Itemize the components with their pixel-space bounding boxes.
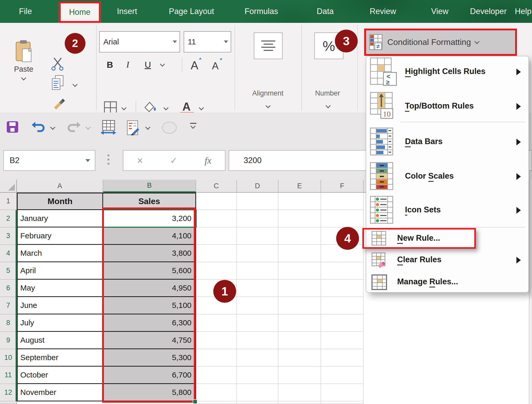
vertical-scrollbar[interactable] (529, 180, 532, 404)
empty-cell[interactable] (278, 280, 321, 297)
column-header-C[interactable]: C (196, 180, 237, 193)
paste-button[interactable]: Paste (7, 29, 40, 90)
underline-dropdown-chevron[interactable] (160, 62, 165, 67)
empty-cell[interactable] (321, 384, 364, 401)
tab-home[interactable]: Home (59, 2, 101, 23)
tab-help[interactable]: Help (515, 0, 531, 23)
borders-dropdown-chevron[interactable] (121, 105, 127, 110)
empty-cell[interactable] (196, 384, 237, 401)
menu-item-top-bottom-rules[interactable]: 10Top/Bottom Rules (367, 90, 527, 123)
empty-cell[interactable] (278, 349, 321, 367)
row-header-2[interactable]: 2 (0, 210, 17, 227)
row-header-8[interactable]: 8 (0, 314, 17, 332)
font-name-combobox[interactable]: Arial (99, 31, 180, 52)
empty-cell[interactable] (321, 349, 364, 367)
tab-formulas[interactable]: Formulas (244, 0, 278, 23)
cell-A2[interactable]: January (17, 210, 103, 227)
cancel-button[interactable]: × (137, 155, 143, 166)
empty-cell[interactable] (278, 262, 321, 280)
empty-cell[interactable] (237, 245, 278, 262)
empty-cell[interactable] (196, 314, 237, 332)
font-color-dropdown-chevron[interactable] (199, 105, 204, 110)
insert-function-button[interactable]: fx (205, 155, 211, 166)
redo-button[interactable] (66, 121, 81, 134)
row-header-1[interactable]: 1 (0, 193, 17, 210)
select-all-button[interactable] (0, 180, 17, 193)
customize-toolbar-button[interactable] (190, 123, 197, 129)
row-header-9[interactable]: 9 (0, 332, 17, 349)
row-header-11[interactable]: 11 (0, 367, 17, 384)
tab-review[interactable]: Review (370, 0, 396, 23)
row-header-7[interactable]: 7 (0, 297, 17, 314)
empty-cell[interactable] (196, 193, 237, 210)
tab-developer[interactable]: Developer (470, 0, 507, 23)
menu-item-clear-rules[interactable]: Clear Rules (367, 250, 527, 270)
enter-button[interactable]: ✓ (170, 155, 178, 166)
empty-cell[interactable] (237, 332, 278, 349)
cell-A6[interactable]: May (17, 280, 103, 297)
row-header-13[interactable] (0, 401, 17, 404)
italic-button[interactable]: I (122, 57, 134, 73)
cell-A8[interactable]: July (17, 314, 103, 332)
empty-cell[interactable] (278, 193, 321, 210)
empty-cell[interactable] (278, 245, 321, 262)
empty-cell[interactable] (237, 384, 278, 401)
empty-cell[interactable] (321, 297, 364, 314)
conditional-formatting-chevron[interactable] (474, 39, 480, 44)
tab-data[interactable]: Data (317, 0, 334, 23)
empty-cell[interactable] (321, 210, 364, 227)
empty-cell[interactable] (237, 227, 278, 245)
cell-A7[interactable]: June (17, 297, 103, 314)
empty-cell[interactable] (321, 367, 364, 384)
formula-bar-splitter[interactable] (108, 154, 109, 165)
empty-cell[interactable] (278, 332, 321, 349)
empty-cell[interactable] (237, 401, 278, 404)
fill-color-dropdown-chevron[interactable] (163, 105, 169, 110)
bold-button[interactable]: B (103, 57, 116, 73)
empty-cell[interactable] (237, 367, 278, 384)
tab-insert[interactable]: Insert (117, 0, 137, 23)
empty-cell[interactable] (237, 349, 278, 367)
column-header-E[interactable]: E (278, 180, 321, 193)
paste-dropdown-chevron[interactable] (21, 75, 26, 80)
empty-cell[interactable] (321, 314, 364, 332)
copy-dropdown-chevron[interactable] (72, 82, 78, 87)
tab-view[interactable]: View (431, 0, 449, 23)
cell-A1[interactable]: Month (17, 193, 103, 210)
empty-cell[interactable] (278, 401, 321, 404)
row-header-6[interactable]: 6 (0, 280, 17, 297)
tab-page-layout[interactable]: Page Layout (169, 0, 214, 23)
number-expand-chevron[interactable] (325, 103, 331, 108)
row-header-4[interactable]: 4 (0, 245, 17, 262)
empty-cell[interactable] (237, 297, 278, 314)
form-edit-button[interactable] (127, 120, 140, 137)
cell-A12[interactable]: November (17, 384, 103, 401)
menu-item-data-bars[interactable]: Data Bars (367, 125, 527, 159)
redo-dropdown-chevron[interactable] (85, 125, 91, 130)
name-box-dropdown-arrow[interactable] (85, 159, 90, 162)
empty-cell[interactable] (321, 280, 364, 297)
empty-cell[interactable] (237, 280, 278, 297)
tab-file[interactable]: File (19, 0, 32, 23)
name-box[interactable]: B2 (3, 150, 95, 171)
column-header-A[interactable]: A (17, 180, 103, 193)
empty-cell[interactable] (278, 210, 321, 227)
oval-shape-button[interactable] (162, 121, 177, 135)
menu-item-manage-rules[interactable]: Manage Rules... (367, 272, 527, 292)
column-header-B[interactable]: B (103, 180, 196, 193)
underline-button[interactable]: U (141, 57, 155, 73)
row-header-3[interactable]: 3 (0, 227, 17, 245)
format-painter-button[interactable] (51, 93, 68, 111)
decrease-font-size-button[interactable]: A (209, 56, 226, 73)
cell-A9[interactable]: August (17, 332, 103, 349)
empty-cell[interactable] (196, 262, 237, 280)
empty-cell[interactable] (237, 210, 278, 227)
cell-A4[interactable]: March (17, 245, 103, 262)
conditional-formatting-button[interactable]: ≠ Conditional Formatting (364, 29, 517, 56)
save-button[interactable] (6, 121, 19, 134)
empty-cell[interactable] (196, 245, 237, 262)
undo-dropdown-chevron[interactable] (50, 125, 55, 130)
empty-cell[interactable] (196, 349, 237, 367)
empty-cell[interactable] (321, 262, 364, 280)
empty-cell[interactable] (278, 384, 321, 401)
